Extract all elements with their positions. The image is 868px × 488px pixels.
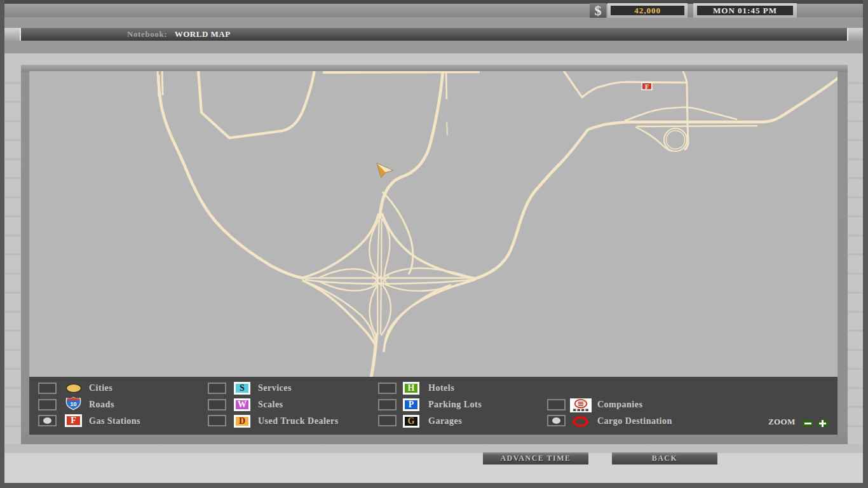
svg-text:10: 10 — [70, 401, 76, 407]
svg-text:F: F — [645, 83, 649, 90]
